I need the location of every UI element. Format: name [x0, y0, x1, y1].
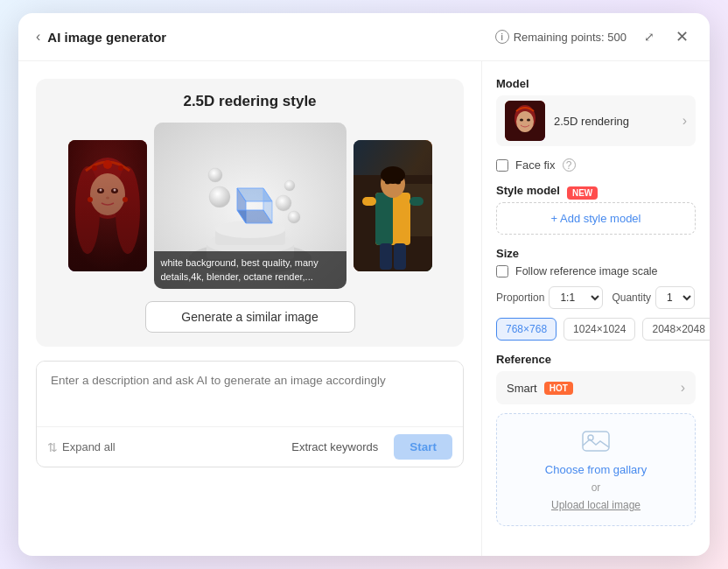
header-right: i Remaining points: 500 ⤢ ✕: [495, 25, 692, 48]
svg-point-4: [90, 173, 125, 215]
svg-point-6: [111, 188, 118, 193]
svg-point-37: [381, 166, 405, 184]
svg-rect-35: [375, 193, 393, 245]
svg-point-3: [116, 166, 140, 254]
smart-left: Smart HOT: [507, 382, 573, 395]
follow-ref-label: Follow reference image scale: [515, 265, 658, 277]
svg-rect-42: [362, 197, 376, 206]
new-badge: NEW: [567, 186, 598, 200]
svg-point-46: [516, 111, 534, 132]
model-chevron-icon: ›: [682, 113, 687, 129]
image-section: 2.5D redering style: [36, 79, 464, 347]
expand-icon: ⇅: [47, 440, 58, 454]
style-model-section: Style model NEW + Add style model: [496, 184, 696, 235]
style-model-label: Style model: [496, 184, 560, 197]
hot-badge: HOT: [544, 382, 573, 395]
modal-body: 2.5D redering style: [18, 61, 710, 556]
svg-rect-40: [380, 243, 392, 270]
modal-header: ‹ AI image generator i Remaining points:…: [18, 13, 710, 61]
right-panel: Model 2.5D rendering: [482, 61, 710, 556]
svg-point-2: [75, 166, 100, 254]
svg-point-10: [103, 160, 112, 169]
proportion-select[interactable]: 1:1 3:4 4:3 16:9: [549, 286, 603, 309]
follow-ref-checkbox[interactable]: [496, 265, 508, 277]
model-thumbnail: [505, 101, 545, 141]
svg-point-14: [122, 197, 128, 202]
svg-rect-49: [583, 432, 609, 451]
textarea-section: ⇅ Expand all Extract keywords Start: [36, 361, 464, 467]
resolution-1024-button[interactable]: 1024×1024: [564, 318, 635, 341]
svg-point-28: [284, 180, 295, 191]
svg-point-11: [92, 165, 97, 171]
svg-rect-0: [68, 140, 147, 271]
or-text: or: [592, 481, 601, 494]
textarea-actions: Extract keywords Start: [284, 434, 452, 460]
style-model-header: Style model NEW: [496, 184, 696, 202]
description-input[interactable]: [37, 362, 463, 423]
quantity-select[interactable]: 1 2 4: [655, 286, 695, 309]
header-left: ‹ AI image generator: [36, 29, 166, 45]
points-text: Remaining points: 500: [514, 31, 626, 44]
expand-modal-button[interactable]: ⤢: [640, 26, 658, 47]
generate-similar-button[interactable]: Generate a similar image: [145, 301, 355, 333]
proportion-group: Proportion 1:1 3:4 4:3 16:9: [496, 286, 603, 309]
resolution-2048-button[interactable]: 2048×2048: [642, 318, 710, 341]
start-button[interactable]: Start: [394, 434, 452, 460]
resolution-768-button[interactable]: 768×768: [496, 318, 556, 341]
model-selector[interactable]: 2.5D rendering ›: [496, 95, 696, 146]
svg-point-27: [276, 195, 291, 211]
textarea-footer: ⇅ Expand all Extract keywords Start: [37, 426, 463, 467]
svg-point-47: [520, 119, 523, 122]
smart-chevron-icon: ›: [681, 380, 685, 396]
modal-container: ‹ AI image generator i Remaining points:…: [18, 13, 710, 556]
reference-label: Reference: [496, 353, 696, 366]
center-preview-image: white background, best quality, many det…: [154, 123, 346, 289]
upload-zone[interactable]: Choose from gallary or Upload local imag…: [496, 413, 696, 526]
follow-ref-row: Follow reference image scale: [496, 265, 696, 277]
svg-point-7: [99, 189, 102, 192]
remaining-points: i Remaining points: 500: [495, 30, 626, 44]
svg-rect-41: [394, 243, 406, 270]
right-preview-image: [354, 140, 432, 271]
svg-point-9: [106, 197, 109, 200]
add-style-model-button[interactable]: + Add style model: [496, 202, 696, 235]
svg-point-29: [208, 168, 222, 182]
face-fix-help-icon[interactable]: ?: [563, 158, 576, 172]
choose-gallery-link[interactable]: Choose from gallary: [545, 463, 647, 476]
proportion-label: Proportion: [496, 292, 544, 304]
size-label: Size: [496, 247, 696, 260]
images-row: white background, best quality, many det…: [68, 123, 432, 289]
svg-point-8: [113, 189, 116, 192]
svg-rect-43: [410, 197, 424, 206]
size-section: Size Follow reference image scale Propor…: [496, 247, 696, 341]
face-fix-checkbox[interactable]: [496, 159, 508, 172]
model-name: 2.5D rendering: [554, 115, 674, 128]
quantity-group: Quantity 1 2 4: [612, 286, 695, 309]
smart-reference-selector[interactable]: Smart HOT ›: [496, 371, 696, 404]
svg-point-1: [83, 158, 132, 219]
svg-point-48: [527, 119, 530, 122]
left-preview-image: [68, 140, 147, 271]
expand-all-label: Expand all: [62, 440, 116, 453]
back-button[interactable]: ‹: [36, 29, 40, 45]
svg-point-38: [385, 180, 390, 185]
face-fix-label: Face fix: [515, 158, 556, 172]
model-section: Model 2.5D rendering: [496, 77, 696, 146]
close-button[interactable]: ✕: [672, 25, 692, 48]
upload-local-link[interactable]: Upload local image: [551, 499, 640, 511]
extract-keywords-button[interactable]: Extract keywords: [284, 437, 385, 457]
resolution-row: 768×768 1024×1024 2048×2048: [496, 318, 696, 341]
upload-image-icon: [582, 428, 610, 458]
face-fix-row: Face fix ?: [496, 158, 696, 172]
image-caption: white background, best quality, many det…: [154, 251, 346, 289]
style-title: 2.5D redering style: [183, 93, 316, 110]
quantity-label: Quantity: [612, 292, 651, 304]
modal-title: AI image generator: [47, 30, 166, 45]
svg-point-13: [88, 197, 93, 202]
svg-point-12: [118, 165, 123, 171]
svg-point-30: [288, 211, 300, 223]
reference-section: Reference Smart HOT ›: [496, 353, 696, 526]
svg-point-39: [396, 180, 401, 185]
info-icon: i: [495, 30, 509, 44]
expand-all-button[interactable]: ⇅ Expand all: [47, 440, 116, 454]
